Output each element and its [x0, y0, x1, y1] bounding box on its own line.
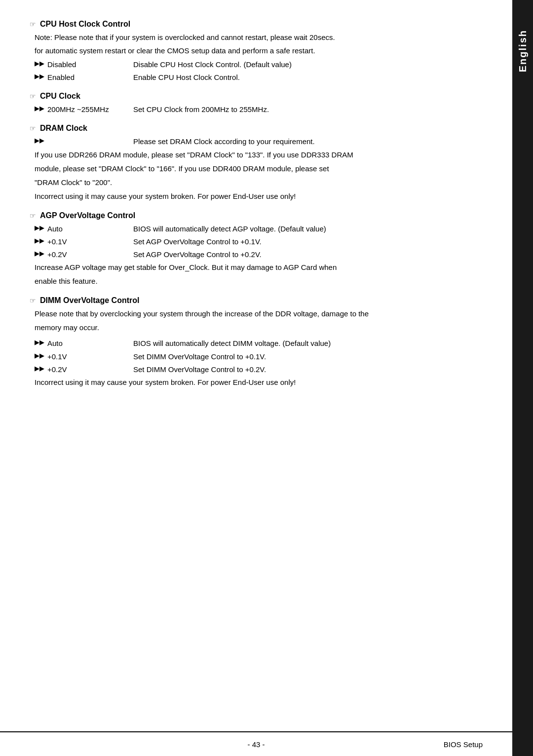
section-body-1: Note: Please note that if your system is…	[30, 32, 494, 83]
sidebar-label: English	[517, 30, 529, 72]
option-desc-dimm-02v: Set DIMM OverVoltage Control to +0.2V.	[133, 364, 494, 375]
option-row-agp-01v: ▶▶ +0.1V Set AGP OverVoltage Control to …	[35, 236, 494, 247]
note-1a: Note: Please note that if your system is…	[35, 32, 494, 43]
section-icon-1: ☞	[30, 20, 36, 28]
section-icon-2: ☞	[30, 92, 36, 100]
agp-note-2: enable this feature.	[35, 275, 494, 287]
arrow-icon-5: ▶▶	[35, 223, 44, 233]
section-dram-clock: ☞ DRAM Clock ▶▶ Please set DRAM Clock ac…	[30, 124, 494, 202]
arrow-icon-3: ▶▶	[35, 104, 44, 113]
option-text-agp-auto: Auto	[47, 223, 63, 234]
section-title-text-1: CPU Host Clock Control	[40, 20, 130, 29]
section-body-4: ▶▶ Auto BIOS will automatically detect A…	[30, 223, 494, 288]
dram-note-2: If you use DDR266 DRAM module, please se…	[35, 149, 494, 161]
section-body-3: ▶▶ Please set DRAM Clock according to yo…	[30, 136, 494, 202]
section-title-dimm: ☞ DIMM OverVoltage Control	[30, 296, 494, 305]
arrow-icon-6: ▶▶	[35, 236, 44, 246]
note-1b: for automatic system restart or clear th…	[35, 45, 494, 56]
option-desc-agp-01v: Set AGP OverVoltage Control to +0.1V.	[133, 236, 494, 247]
option-row-dimm-auto: ▶▶ Auto BIOS will automatically detect D…	[35, 338, 494, 349]
section-title-text-5: DIMM OverVoltage Control	[40, 296, 140, 305]
option-row-dimm-01v: ▶▶ +0.1V Set DIMM OverVoltage Control to…	[35, 351, 494, 362]
option-row-dimm-02v: ▶▶ +0.2V Set DIMM OverVoltage Control to…	[35, 364, 494, 375]
section-title-agp: ☞ AGP OverVoltage Control	[30, 211, 494, 220]
section-body-5: Please note that by overclocking your sy…	[30, 308, 494, 388]
dimm-note-3: Incorrect using it may cause your system…	[35, 377, 494, 388]
dimm-note-1: Please note that by overclocking your sy…	[35, 308, 494, 320]
option-label-agp-02v: ▶▶ +0.2V	[35, 249, 133, 260]
section-title-text-2: CPU Clock	[40, 92, 80, 101]
footer: - 43 - BIOS Setup	[0, 731, 512, 756]
dram-note-4: "DRAM Clock" to "200".	[35, 177, 494, 189]
option-desc-dimm-01v: Set DIMM OverVoltage Control to +0.1V.	[133, 351, 494, 362]
option-text-dimm-02v: +0.2V	[47, 364, 67, 375]
option-text-agp-02v: +0.2V	[47, 249, 67, 260]
option-desc-dimm-auto: BIOS will automatically detect DIMM volt…	[133, 338, 494, 349]
arrow-icon-4: ▶▶	[35, 136, 44, 146]
option-label-dimm-02v: ▶▶ +0.2V	[35, 364, 133, 375]
option-text-enabled: Enabled	[47, 72, 75, 83]
option-label-agp-01v: ▶▶ +0.1V	[35, 236, 133, 247]
option-desc-agp-auto: BIOS will automatically detect AGP volta…	[133, 223, 494, 234]
option-desc-agp-02v: Set AGP OverVoltage Control to +0.2V.	[133, 249, 494, 260]
note-label-dram-1: ▶▶	[35, 136, 133, 147]
option-label-disabled: ▶▶ Disabled	[35, 59, 133, 70]
option-label-mhz: ▶▶ 200MHz ~255MHz	[35, 104, 133, 115]
option-text-disabled: Disabled	[47, 59, 76, 70]
option-desc-disabled: Disable CPU Host Clock Control. (Default…	[133, 59, 494, 70]
section-cpu-clock: ☞ CPU Clock ▶▶ 200MHz ~255MHz Set CPU Cl…	[30, 92, 494, 115]
option-row-mhz: ▶▶ 200MHz ~255MHz Set CPU Clock from 200…	[35, 104, 494, 115]
arrow-icon-9: ▶▶	[35, 351, 44, 361]
section-icon-3: ☞	[30, 124, 36, 132]
section-title-text-3: DRAM Clock	[40, 124, 87, 133]
section-title-cpu-clock: ☞ CPU Clock	[30, 92, 494, 101]
footer-right-label: BIOS Setup	[444, 740, 483, 749]
dram-note-5: Incorrect using it may cause your system…	[35, 190, 494, 202]
section-cpu-host-clock-control: ☞ CPU Host Clock Control Note: Please no…	[30, 20, 494, 83]
section-body-2: ▶▶ 200MHz ~255MHz Set CPU Clock from 200…	[30, 104, 494, 115]
option-row-agp-02v: ▶▶ +0.2V Set AGP OverVoltage Control to …	[35, 249, 494, 260]
footer-page-number: - 43 -	[247, 740, 265, 749]
section-icon-5: ☞	[30, 297, 36, 304]
option-text-dimm-01v: +0.1V	[47, 351, 67, 362]
option-text-mhz: 200MHz ~255MHz	[47, 104, 109, 115]
option-text-agp-01v: +0.1V	[47, 236, 67, 247]
arrow-icon-2: ▶▶	[35, 72, 44, 81]
section-icon-4: ☞	[30, 212, 36, 220]
option-desc-mhz: Set CPU Clock from 200MHz to 255MHz.	[133, 104, 494, 115]
note-desc-dram-1: Please set DRAM Clock according to your …	[133, 136, 494, 147]
section-title-text-4: AGP OverVoltage Control	[40, 211, 135, 220]
dimm-note-2: memory may occur.	[35, 322, 494, 334]
sidebar-english: English	[512, 0, 533, 756]
arrow-icon-7: ▶▶	[35, 249, 44, 259]
arrow-icon-10: ▶▶	[35, 364, 44, 374]
section-title-dram-clock: ☞ DRAM Clock	[30, 124, 494, 133]
dram-note-3: module, please set "DRAM Clock" to "166"…	[35, 163, 494, 175]
note-row-dram-1: ▶▶ Please set DRAM Clock according to yo…	[35, 136, 494, 147]
option-label-enabled: ▶▶ Enabled	[35, 72, 133, 83]
arrow-icon-8: ▶▶	[35, 338, 44, 347]
agp-note-1: Increase AGP voltage may get stable for …	[35, 262, 494, 273]
section-agp-overvoltage: ☞ AGP OverVoltage Control ▶▶ Auto BIOS w…	[30, 211, 494, 288]
option-label-dimm-01v: ▶▶ +0.1V	[35, 351, 133, 362]
option-text-dimm-auto: Auto	[47, 338, 63, 349]
option-desc-enabled: Enable CPU Host Clock Control.	[133, 72, 494, 83]
option-label-dimm-auto: ▶▶ Auto	[35, 338, 133, 349]
option-row-enabled: ▶▶ Enabled Enable CPU Host Clock Control…	[35, 72, 494, 83]
option-row-disabled: ▶▶ Disabled Disable CPU Host Clock Contr…	[35, 59, 494, 70]
option-row-agp-auto: ▶▶ Auto BIOS will automatically detect A…	[35, 223, 494, 234]
section-dimm-overvoltage: ☞ DIMM OverVoltage Control Please note t…	[30, 296, 494, 388]
main-content: ☞ CPU Host Clock Control Note: Please no…	[30, 20, 494, 726]
option-label-agp-auto: ▶▶ Auto	[35, 223, 133, 234]
arrow-icon: ▶▶	[35, 59, 44, 69]
section-title-cpu-host-clock-control: ☞ CPU Host Clock Control	[30, 20, 494, 29]
